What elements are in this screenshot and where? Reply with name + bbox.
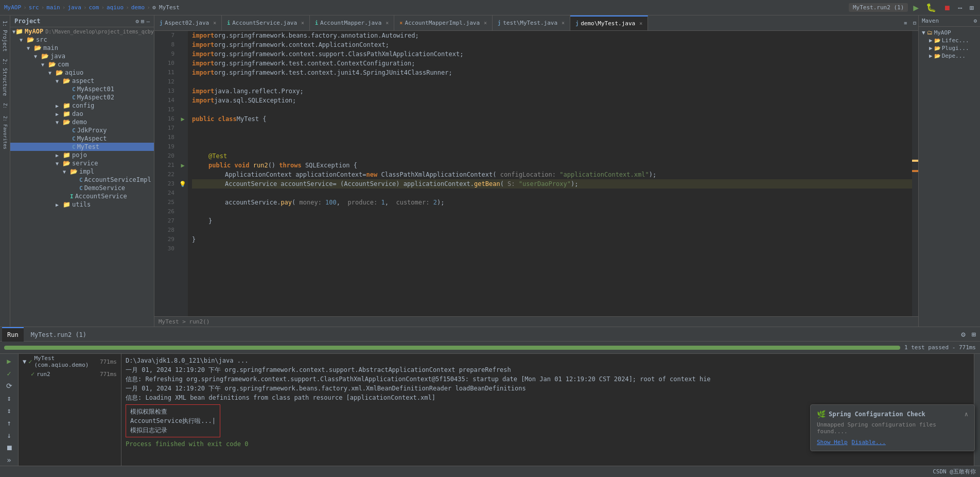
tab-close-demomytest[interactable]: × [639, 21, 642, 26]
tab-demomytest[interactable]: j demo\MyTest.java × [570, 15, 648, 31]
panel-gear-icon[interactable]: ⚙ [135, 18, 139, 25]
tree-service[interactable]: ▼ 📂 service [10, 159, 154, 167]
more-button[interactable]: ⋯ [956, 3, 964, 13]
progress-fill [4, 346, 900, 350]
tree-utils[interactable]: ▶ 📁 utils [10, 200, 154, 209]
tree-myaspect[interactable]: ▶ C MyAspect [10, 134, 154, 143]
split-button[interactable]: ⊟ [911, 19, 918, 27]
tab-close-accountmapper[interactable]: × [386, 20, 389, 26]
tree-aqiuo[interactable]: ▼ 📂 aqiuo [10, 69, 154, 77]
breadcrumb-main[interactable]: main [46, 4, 60, 11]
rerun-passed-button[interactable]: ✓ [6, 368, 12, 379]
sidebar-tab-project[interactable]: 1: Project [1, 18, 9, 55]
tree-myaspect01[interactable]: ▶ C MyAspect01 [10, 85, 154, 93]
show-help-link[interactable]: Show Help [817, 439, 848, 446]
test-item-mytest[interactable]: ▼ ✓ MyTest (com.aqiuo.demo) 771ms [19, 354, 121, 369]
more-tool-button[interactable]: » [6, 455, 12, 465]
prev-button[interactable]: ↑ [6, 418, 12, 428]
bottom-tab-mytest-run2[interactable]: MyTest.run2 (1) [26, 327, 92, 342]
gutter-23[interactable]: 💡 [178, 179, 188, 189]
plugins-icon: 📂 [934, 45, 940, 51]
tree-aspect[interactable]: ▼ 📂 aspect [10, 77, 154, 85]
stop-run-button[interactable]: ⏹ [5, 442, 14, 453]
panel-collapse-icon[interactable]: — [146, 18, 150, 25]
bottom-tab-actions: ⚙ ⊞ [959, 329, 978, 339]
tree-accountservice[interactable]: ▶ I AccountService [10, 192, 154, 200]
stop-button[interactable]: ⏹ [941, 3, 953, 13]
run-again-button[interactable]: ▶ [6, 356, 12, 366]
test-item-run2[interactable]: ✓ run2 771ms [19, 369, 121, 379]
maven-tree: ▼ 🗂 MyAOP ▶ 📂 Lifec... ▶ 📂 Plugi... ▶ 📂 … [919, 27, 980, 327]
sort-button[interactable]: ↕ [6, 393, 12, 403]
code-content[interactable]: import org.springframework.beans.factory… [188, 31, 912, 316]
bottom-expand-icon[interactable]: ⊞ [970, 329, 978, 339]
panel-expand-icon[interactable]: ⊞ [141, 18, 145, 25]
breadcrumb-java[interactable]: java [67, 4, 81, 11]
tab-accountmapperimpl[interactable]: × AccountMapperImpl.java × [394, 15, 493, 31]
breadcrumb-demo[interactable]: demo [131, 4, 145, 11]
maven-arrow-deps: ▶ [929, 53, 933, 59]
tab-close-testmytest[interactable]: × [562, 20, 565, 26]
next-button[interactable]: ↓ [6, 430, 12, 440]
tab-close-accountservice[interactable]: × [301, 20, 304, 26]
settings-button[interactable]: ⊞ [968, 3, 976, 13]
tree-pojo[interactable]: ▶ 📁 pojo [10, 151, 154, 159]
bottom-settings-icon[interactable]: ⚙ [959, 329, 967, 339]
tree-com[interactable]: ▼ 📂 com [10, 60, 154, 69]
tab-accountservice[interactable]: i AccountService.java × [222, 15, 310, 31]
tab-close-aspect02[interactable]: × [213, 20, 216, 26]
notif-actions: Show Help Disable... [817, 439, 968, 446]
tab-list-button[interactable]: ≡ [902, 19, 909, 27]
gutter-21[interactable]: ▶ [178, 161, 188, 170]
run-gutter-21[interactable]: ▶ [181, 162, 184, 169]
tree-demoservice[interactable]: ▶ C DemoService [10, 184, 154, 192]
maven-root[interactable]: ▼ 🗂 MyAOP [921, 29, 978, 37]
code-line-15 [192, 105, 912, 114]
run-button[interactable]: ▶ [911, 1, 921, 14]
code-line-14: import java.sql.SQLException; [192, 96, 912, 105]
tree-myaspect02[interactable]: ▶ C MyAspect02 [10, 93, 154, 101]
maven-dependencies[interactable]: ▶ 📂 Depe... [921, 52, 978, 60]
disable-link[interactable]: Disable... [852, 439, 886, 446]
code-line-30 [192, 244, 912, 253]
tree-jdkproxy[interactable]: ▶ C JdkProxy [10, 126, 154, 134]
sort-alpha-button[interactable]: ↕ [6, 405, 12, 416]
debug-button[interactable]: 🐛 [924, 2, 938, 13]
maven-lifecycle[interactable]: ▶ 📂 Lifec... [921, 37, 978, 44]
warn-gutter-23[interactable]: 💡 [179, 181, 186, 188]
breadcrumb-myaop[interactable]: MyAOP [4, 4, 21, 11]
tab-testmytest[interactable]: j test\MyTest.java × [493, 15, 570, 31]
sidebar-tab-structure[interactable]: 2: Structure [1, 56, 9, 99]
tree-accountserviceimpl[interactable]: ▶ C AccountServiceImpl [10, 176, 154, 184]
tab-close-accountmapperimpl[interactable]: × [484, 20, 487, 26]
tree-demo[interactable]: ▼ 📂 demo [10, 118, 154, 126]
bottom-tab-run[interactable]: Run [2, 327, 24, 342]
breadcrumb-aqiuo[interactable]: aqiuo [107, 4, 124, 11]
notif-title: Spring Configuration Check [829, 411, 925, 418]
run-config-label[interactable]: MyTest.run2 (1) [849, 3, 908, 12]
breadcrumb-com[interactable]: com [89, 4, 99, 11]
tree-mytest[interactable]: ▶ C MyTest [10, 143, 154, 151]
breadcrumb-src[interactable]: src [29, 4, 39, 11]
breadcrumb-mytest[interactable]: ⚙ MyTest [152, 4, 180, 11]
code-line-12 [192, 77, 912, 87]
tree-java[interactable]: ▼ 📂 java [10, 52, 154, 60]
tree-config[interactable]: ▶ 📁 config [10, 101, 154, 110]
maven-plugins[interactable]: ▶ 📂 Plugi... [921, 44, 978, 52]
tab-accountmapper[interactable]: i AccountMapper.java × [310, 15, 394, 31]
tree-dao[interactable]: ▶ 📁 dao [10, 110, 154, 118]
java-icon-myaspect: C [72, 135, 76, 142]
rerun-failed-button[interactable]: ⟳ [5, 381, 13, 391]
sidebar-tab-4[interactable]: 2: Favorites [2, 113, 9, 152]
notif-close-button[interactable]: ∧ [965, 411, 968, 418]
tree-src[interactable]: ▼ 📂 src [10, 36, 154, 44]
run-gutter-16[interactable]: ▶ [181, 115, 184, 123]
editor-scrollbar[interactable] [912, 31, 918, 316]
tree-main[interactable]: ▼ 📂 main [10, 44, 154, 52]
sidebar-tab-3[interactable]: Z: [2, 100, 9, 112]
tree-root[interactable]: ▼ 📁 MyAOP D:\Maven_develop\project_items… [10, 27, 154, 36]
maven-settings-icon[interactable]: ⚙ [973, 18, 977, 24]
tree-impl[interactable]: ▼ 📂 impl [10, 167, 154, 176]
gutter-16[interactable]: ▶ [178, 114, 188, 124]
tab-aspect02[interactable]: j Aspect02.java × [154, 15, 222, 31]
